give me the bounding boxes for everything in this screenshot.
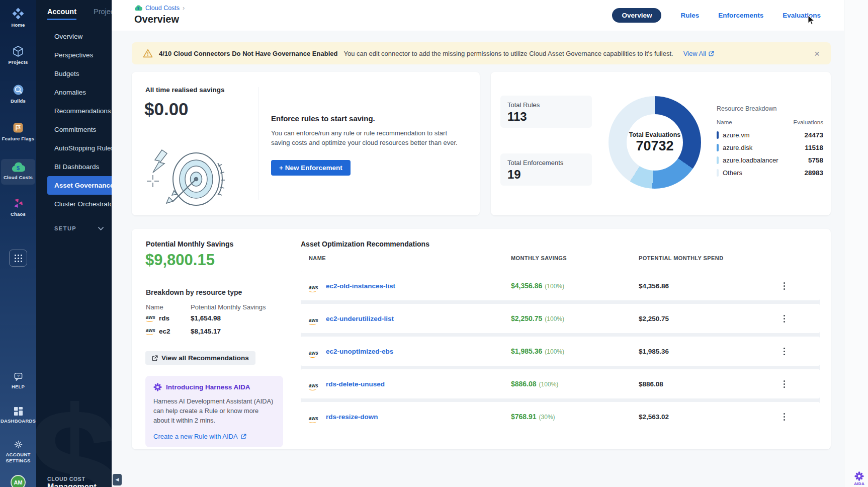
feature-flags-icon: [12, 122, 24, 134]
account-settings-button[interactable]: ACCOUNT SETTINGS: [0, 440, 36, 464]
sidebar-item-recommendations[interactable]: Recommendations: [36, 102, 112, 120]
sidebar-item-cluster-orchestrator[interactable]: Cluster Orchestrator: [36, 195, 112, 213]
sidebar-item-budgets[interactable]: Budgets: [36, 64, 112, 83]
row-menu-kebab-icon[interactable]: [780, 346, 788, 356]
asset-optimization-title: Asset Optimization Recommendations: [301, 240, 429, 248]
help-button[interactable]: ? HELP: [0, 372, 36, 390]
tab-enforcements[interactable]: Enforcements: [718, 12, 763, 19]
resource-savings: $8,145.17: [191, 328, 221, 335]
monthly-savings-cell: $768.91(30%): [511, 413, 555, 421]
projects-cube-icon: [12, 45, 24, 57]
aida-promo-card: Introducing Harness AIDA Harness AI Deve…: [145, 376, 283, 447]
rule-link[interactable]: ec2-underutilized-list: [326, 315, 394, 322]
aws-logo-icon: aws: [309, 383, 318, 390]
col-header-name: NAME: [309, 255, 326, 261]
sidebar-item-home[interactable]: Home: [0, 7, 36, 28]
total-enforcements-label: Total Enforcements: [507, 159, 585, 167]
rule-link[interactable]: rds-delete-unused: [326, 380, 385, 388]
sidebar-item-chaos[interactable]: Chaos: [0, 197, 36, 217]
rule-link[interactable]: rds-resize-down: [326, 413, 378, 421]
create-rule-label: Create a new Rule with AIDA: [153, 433, 238, 440]
view-all-recommendations-button[interactable]: View all Recommendations: [145, 351, 255, 365]
create-rule-with-aida-link[interactable]: Create a new Rule with AIDA: [153, 433, 275, 440]
savings-card-label: All time realised savings: [145, 86, 225, 94]
setup-section-toggle[interactable]: SETUP: [36, 225, 112, 231]
legend-row: azure.loadbalancer 5758: [717, 156, 823, 164]
module-name-line2: Management: [47, 482, 97, 487]
scroll-gutter[interactable]: [844, 0, 868, 487]
dartboard-illustration: [140, 146, 230, 207]
legend-name: azure.disk: [723, 144, 752, 151]
potential-savings-value: $9,800.15: [145, 251, 215, 269]
sidebar-item-projects[interactable]: Projects: [0, 45, 36, 65]
cloud-costs-icon: $: [11, 162, 25, 173]
evaluations-donut-chart: Total Evaluations 70732: [609, 96, 701, 189]
dashboards-button[interactable]: DASHBOARDS: [0, 407, 36, 424]
rail-item-label: Feature Flags: [2, 136, 34, 142]
breakdown-col-savings: Potential Monthly Savings: [191, 303, 266, 311]
sidebar-item-asset-governance[interactable]: Asset Governance: [47, 176, 112, 195]
tab-project[interactable]: Project: [94, 8, 112, 20]
rail-item-label: DASHBOARDS: [1, 418, 36, 424]
aws-logo-icon: aws: [309, 318, 318, 325]
row-menu-kebab-icon[interactable]: [780, 379, 788, 389]
rule-link[interactable]: ec2-unoptimized-ebs: [326, 348, 393, 355]
col-header-potential-monthly-spend: POTENTIAL MONTHLY SPEND: [639, 255, 724, 261]
sidebar-collapse-button[interactable]: ◀: [113, 474, 122, 485]
evaluations-overview-card: Total Rules 113 Total Enforcements 19 To…: [491, 72, 831, 215]
aida-assistant-button[interactable]: AIDA: [854, 471, 864, 486]
svg-text:?: ?: [17, 374, 20, 378]
table-row: aws rds-delete-unused $886.08(100%) $886…: [301, 369, 820, 398]
sidebar-item-autostopping-rules[interactable]: AutoStopping Rules: [36, 139, 112, 157]
legend-col-evaluations: Evaluations: [794, 119, 823, 125]
aida-flower-icon: [153, 383, 162, 391]
banner-close-icon[interactable]: ×: [814, 49, 820, 58]
tab-account[interactable]: Account: [47, 8, 76, 20]
rule-link[interactable]: ec2-old-instances-list: [326, 282, 395, 290]
module-picker-grid-icon[interactable]: [9, 250, 27, 267]
sidebar-item-commitments[interactable]: Commitments: [36, 120, 112, 139]
breadcrumb-cloud-costs-link[interactable]: Cloud Costs: [145, 5, 180, 12]
sidebar-item-builds[interactable]: Builds: [0, 84, 36, 104]
dashboards-icon: [14, 407, 23, 416]
module-name-line1: CLOUD COST: [47, 476, 85, 482]
sidebar-item-overview[interactable]: Overview: [36, 27, 112, 46]
row-menu-kebab-icon[interactable]: [780, 313, 788, 323]
total-rules-tile: Total Rules 113: [500, 96, 592, 128]
legend-swatch: [717, 131, 719, 139]
sidebar-menu: Overview Perspectives Budgets Anomalies …: [36, 27, 112, 213]
new-enforcement-button[interactable]: + New Enforcement: [271, 160, 351, 176]
tab-rules[interactable]: Rules: [680, 12, 699, 19]
cloud-costs-sidebar: Account Project Overview Perspectives Bu…: [36, 0, 112, 487]
legend-row: Others 28983: [717, 169, 823, 177]
table-row: aws ec2-unoptimized-ebs $1,985.36(100%) …: [301, 337, 820, 366]
monthly-savings-cell: $2,250.75(100%): [511, 314, 564, 322]
builds-icon: [12, 84, 25, 96]
tab-overview[interactable]: Overview: [612, 8, 661, 23]
banner-view-all-link[interactable]: View All: [683, 50, 714, 57]
aws-logo-icon: aws: [309, 351, 318, 358]
warning-triangle-icon: [143, 49, 153, 58]
cloud-costs-breadcrumb-icon: $: [134, 5, 142, 11]
table-row: aws rds-resize-down $768.91(30%) $2,563.…: [301, 402, 820, 431]
monthly-savings-cell: $1,985.36(100%): [511, 347, 564, 355]
chevron-down-icon: [98, 227, 104, 230]
monthly-spend-cell: $4,356.86: [639, 282, 669, 290]
row-menu-kebab-icon[interactable]: [780, 281, 788, 291]
aida-flower-icon: [854, 471, 864, 481]
chaos-icon: [12, 197, 24, 209]
breakdown-title: Breakdown by resource type: [146, 288, 242, 296]
sidebar-item-feature-flags[interactable]: Feature Flags: [0, 122, 36, 142]
sidebar-item-anomalies[interactable]: Anomalies: [36, 83, 112, 102]
sidebar-item-cloud-costs[interactable]: $ Cloud Costs: [1, 159, 35, 185]
sidebar-item-bi-dashboards[interactable]: BI Dashboards: [36, 157, 112, 176]
view-all-label: View All: [683, 50, 706, 57]
sidebar-item-perspectives[interactable]: Perspectives: [36, 46, 112, 64]
all-time-savings-card: All time realised savings $0.00: [132, 72, 480, 215]
recommendations-card: Potential Monthly Savings $9,800.15 Brea…: [132, 229, 831, 449]
monthly-spend-cell: $1,985.36: [639, 348, 669, 355]
tab-evaluations[interactable]: Evaluations: [783, 12, 821, 19]
user-avatar[interactable]: AM: [11, 475, 26, 487]
row-menu-kebab-icon[interactable]: [780, 412, 788, 422]
legend-swatch: [717, 169, 719, 177]
